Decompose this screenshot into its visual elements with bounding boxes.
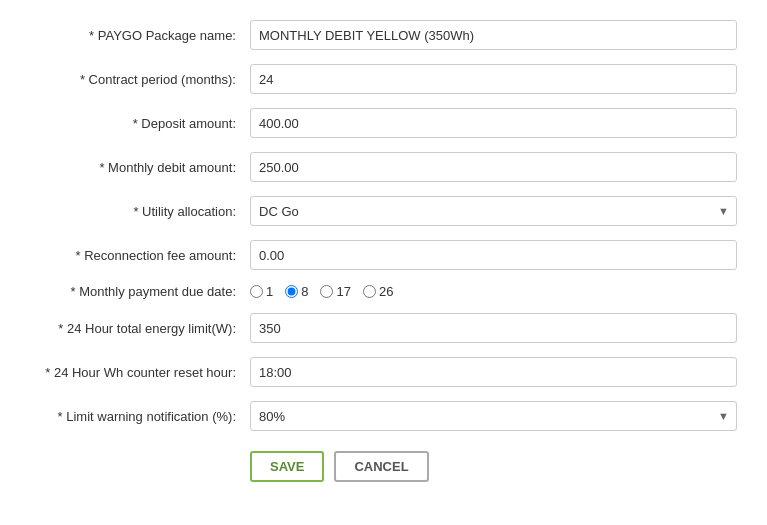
payment-due-26-radio[interactable] bbox=[363, 285, 376, 298]
package-name-input[interactable] bbox=[250, 20, 737, 50]
deposit-amount-row: * Deposit amount: bbox=[30, 108, 737, 138]
contract-period-row: * Contract period (months): bbox=[30, 64, 737, 94]
payment-due-8-radio[interactable] bbox=[285, 285, 298, 298]
payment-due-date-label: * Monthly payment due date: bbox=[30, 284, 250, 299]
reset-hour-label: * 24 Hour Wh counter reset hour: bbox=[30, 365, 250, 380]
cancel-button[interactable]: CANCEL bbox=[334, 451, 428, 482]
payment-due-1-label: 1 bbox=[266, 284, 273, 299]
utility-allocation-label: * Utility allocation: bbox=[30, 204, 250, 219]
save-button[interactable]: SAVE bbox=[250, 451, 324, 482]
payment-due-17-item[interactable]: 17 bbox=[320, 284, 350, 299]
deposit-amount-input[interactable] bbox=[250, 108, 737, 138]
monthly-debit-label: * Monthly debit amount: bbox=[30, 160, 250, 175]
energy-limit-row: * 24 Hour total energy limit(W): bbox=[30, 313, 737, 343]
payment-due-1-radio[interactable] bbox=[250, 285, 263, 298]
contract-period-input[interactable] bbox=[250, 64, 737, 94]
payment-due-8-label: 8 bbox=[301, 284, 308, 299]
reset-hour-row: * 24 Hour Wh counter reset hour: bbox=[30, 357, 737, 387]
package-name-row: * PAYGO Package name: bbox=[30, 20, 737, 50]
reconnection-fee-input[interactable] bbox=[250, 240, 737, 270]
monthly-debit-input[interactable] bbox=[250, 152, 737, 182]
utility-allocation-row: * Utility allocation: DC Go DC Premium A… bbox=[30, 196, 737, 226]
payment-due-26-label: 26 bbox=[379, 284, 393, 299]
reset-hour-input[interactable] bbox=[250, 357, 737, 387]
reconnection-fee-row: * Reconnection fee amount: bbox=[30, 240, 737, 270]
utility-allocation-wrapper: DC Go DC Premium AC Standard ▼ bbox=[250, 196, 737, 226]
payment-due-26-item[interactable]: 26 bbox=[363, 284, 393, 299]
payment-due-date-row: * Monthly payment due date: 1 8 17 26 bbox=[30, 284, 737, 299]
limit-warning-row: * Limit warning notification (%): 80% 70… bbox=[30, 401, 737, 431]
limit-warning-wrapper: 80% 70% 60% 50% ▼ bbox=[250, 401, 737, 431]
package-name-label: * PAYGO Package name: bbox=[30, 28, 250, 43]
payment-due-17-radio[interactable] bbox=[320, 285, 333, 298]
reconnection-fee-label: * Reconnection fee amount: bbox=[30, 248, 250, 263]
energy-limit-label: * 24 Hour total energy limit(W): bbox=[30, 321, 250, 336]
monthly-debit-row: * Monthly debit amount: bbox=[30, 152, 737, 182]
payment-due-17-label: 17 bbox=[336, 284, 350, 299]
energy-limit-input[interactable] bbox=[250, 313, 737, 343]
contract-period-label: * Contract period (months): bbox=[30, 72, 250, 87]
button-row: SAVE CANCEL bbox=[30, 451, 737, 482]
payment-due-1-item[interactable]: 1 bbox=[250, 284, 273, 299]
deposit-amount-label: * Deposit amount: bbox=[30, 116, 250, 131]
limit-warning-select[interactable]: 80% 70% 60% 50% bbox=[250, 401, 737, 431]
payment-due-date-radio-group: 1 8 17 26 bbox=[250, 284, 393, 299]
limit-warning-label: * Limit warning notification (%): bbox=[30, 409, 250, 424]
utility-allocation-select[interactable]: DC Go DC Premium AC Standard bbox=[250, 196, 737, 226]
payment-due-8-item[interactable]: 8 bbox=[285, 284, 308, 299]
